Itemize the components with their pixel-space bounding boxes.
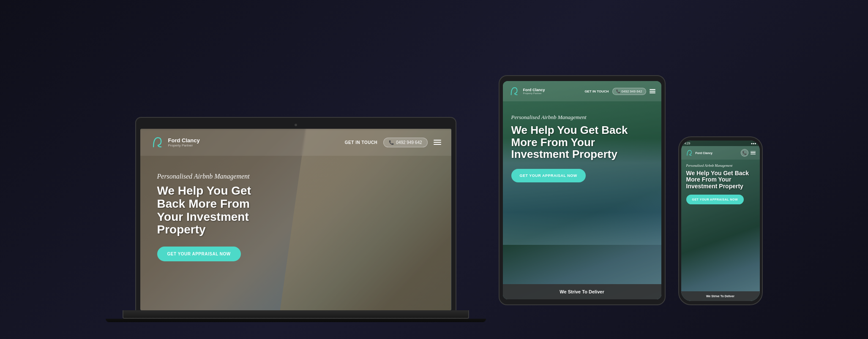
tablet-hero-title: We Help You Get Back More From Your Inve… xyxy=(511,124,653,160)
tablet-screen: Ford Clancy Property Partner GET IN TOUC… xyxy=(503,81,661,299)
tablet-brand-sub: Property Partner xyxy=(523,92,545,95)
phone-appraisal-btn[interactable]: GET YOUR APPRAISAL NOW xyxy=(686,195,744,204)
tablet-phone-icon: 📞 xyxy=(616,89,620,93)
tablet-nav: Ford Clancy Property Partner GET IN TOUC… xyxy=(503,81,661,101)
laptop-appraisal-btn[interactable]: GET YOUR APPRAISAL NOW xyxy=(157,247,241,261)
tablet-hamburger-line3 xyxy=(650,92,655,93)
laptop-brand-sub: Property Partner xyxy=(168,144,200,147)
phone-hero-italic: Personalised Airbnb Management xyxy=(686,164,755,168)
phone-logo: Ford Clancy xyxy=(685,149,712,157)
laptop-brand-name: Ford Clancy xyxy=(168,137,200,144)
hamburger-line3 xyxy=(434,144,441,145)
tablet-phone-number: 0492 949 642 xyxy=(622,89,642,93)
laptop-notch xyxy=(140,122,451,129)
laptop-get-in-touch[interactable]: GET IN TOUCH xyxy=(345,140,377,145)
laptop-website: Ford Clancy Property Partner GET IN TOUC… xyxy=(140,129,451,310)
tablet-hero-italic: Personalised Airbnb Management xyxy=(511,114,653,121)
phone-website: 4:29 ●●● Ford Clancy 📞 xyxy=(681,141,760,301)
laptop-body: Ford Clancy Property Partner GET IN TOUC… xyxy=(135,117,456,310)
tablet-hamburger[interactable] xyxy=(650,89,655,93)
hamburger-line1 xyxy=(434,140,441,141)
laptop-hero-italic: Personalised Airbnb Management xyxy=(157,173,279,180)
phone-phone-btn[interactable]: 📞 xyxy=(741,149,748,157)
laptop-camera xyxy=(295,124,297,126)
phone-hero-content: Personalised Airbnb Management We Help Y… xyxy=(681,160,760,209)
phone-hamburger[interactable] xyxy=(751,151,756,155)
laptop-hamburger[interactable] xyxy=(434,140,441,145)
phone-brand-name: Ford Clancy xyxy=(696,152,712,155)
phone-icon: 📞 xyxy=(389,140,394,145)
phone-hamburger-line3 xyxy=(751,154,756,155)
tablet-hero-content: Personalised Airbnb Management We Help Y… xyxy=(503,101,661,195)
phone-hamburger-line2 xyxy=(751,152,756,153)
tablet-brand-name: Ford Clancy xyxy=(523,88,545,92)
phone-time: 4:29 xyxy=(685,142,691,145)
laptop-hero-content: Personalised Airbnb Management We Help Y… xyxy=(140,156,296,278)
phone-status-bar: 4:29 ●●● xyxy=(681,141,760,146)
laptop-base xyxy=(123,310,469,319)
tablet-logo: Ford Clancy Property Partner xyxy=(509,85,545,97)
laptop-nav: Ford Clancy Property Partner GET IN TOUC… xyxy=(140,129,451,156)
tablet-strive-bar: We Strive To Deliver xyxy=(503,284,661,299)
tablet-website: Ford Clancy Property Partner GET IN TOUC… xyxy=(503,81,661,299)
laptop-logo: Ford Clancy Property Partner xyxy=(150,135,200,150)
phone-nav: Ford Clancy 📞 xyxy=(681,146,760,160)
phone-signal: ●●● xyxy=(751,142,756,145)
laptop-foot xyxy=(106,319,486,322)
tablet-appraisal-btn[interactable]: GET YOUR APPRAISAL NOW xyxy=(511,169,586,182)
phone-nav-right: 📞 xyxy=(741,149,756,157)
laptop-phone-btn[interactable]: 📞 0492 949 642 xyxy=(383,138,427,147)
laptop-device: Ford Clancy Property Partner GET IN TOUC… xyxy=(106,117,486,322)
laptop-logo-icon xyxy=(150,135,166,150)
laptop-screen: Ford Clancy Property Partner GET IN TOUC… xyxy=(140,129,451,310)
scene: Ford Clancy Property Partner GET IN TOUC… xyxy=(0,0,868,339)
phone-logo-icon xyxy=(685,149,694,157)
tablet-hamburger-line2 xyxy=(650,91,655,92)
laptop-phone-number: 0492 949 642 xyxy=(396,140,422,145)
phone-screen: 4:29 ●●● Ford Clancy 📞 xyxy=(681,141,760,301)
laptop-nav-right: GET IN TOUCH 📞 0492 949 642 xyxy=(345,138,441,147)
tablet-get-in-touch[interactable]: GET IN TOUCH xyxy=(584,89,609,93)
phone-hamburger-line1 xyxy=(751,151,756,152)
tablet-hamburger-line1 xyxy=(650,89,655,90)
tablet-device: Ford Clancy Property Partner GET IN TOUC… xyxy=(499,75,666,305)
phone-strive-bar: We Strive To Deliver xyxy=(681,291,760,301)
tablet-phone-btn[interactable]: 📞 0492 949 642 xyxy=(612,88,646,95)
phone-hero-title: We Help You Get Back More From Your Inve… xyxy=(686,170,755,190)
laptop-hero-title: We Help You Get Back More From Your Inve… xyxy=(157,184,279,236)
phone-device: 4:29 ●●● Ford Clancy 📞 xyxy=(678,136,763,305)
phone-body: 4:29 ●●● Ford Clancy 📞 xyxy=(678,136,763,305)
tablet-body: Ford Clancy Property Partner GET IN TOUC… xyxy=(499,75,666,305)
tablet-logo-icon xyxy=(509,85,521,97)
hamburger-line2 xyxy=(434,142,441,143)
